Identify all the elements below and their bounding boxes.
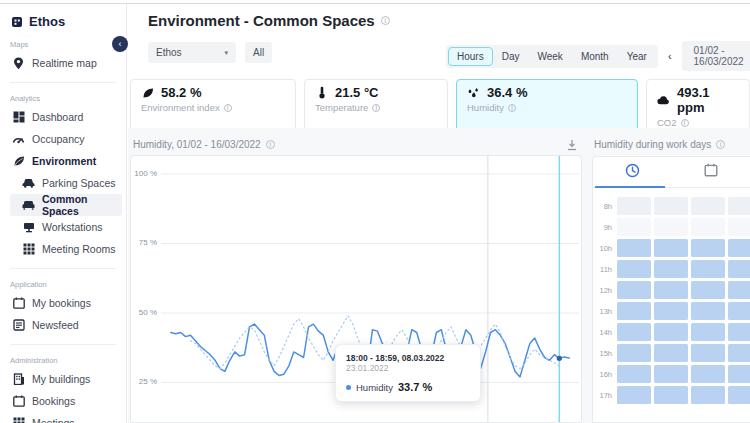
work-days-panel: 8h9h10h11h12h13h14h15h16h17h <box>592 156 750 423</box>
heatmap-cell[interactable] <box>654 239 688 257</box>
sidebar-item-meeting-rooms[interactable]: Meeting Rooms <box>10 238 126 260</box>
space-select[interactable]: All <box>245 42 272 63</box>
heatmap-cell[interactable] <box>654 344 688 362</box>
humidity-chart-card[interactable]: 100 % 75 % 50 % 25 % 18:00 - 18:59, 08.0… <box>130 155 582 423</box>
heatmap-row-label: 8h <box>593 202 617 211</box>
heatmap-cell[interactable] <box>617 218 651 236</box>
heatmap-cell[interactable] <box>691 281 725 299</box>
heatmap-cell[interactable] <box>728 281 750 299</box>
kpi-row: 58.2 % Environment indexi 21.5 °C Temper… <box>130 79 750 133</box>
heatmap-cell[interactable] <box>691 344 725 362</box>
tab-weekdays-view[interactable] <box>672 157 750 187</box>
heatmap-row-label: 12h <box>593 286 617 295</box>
app-name: Ethos <box>29 14 65 29</box>
sidebar-item-common-spaces[interactable]: Common Spaces <box>10 194 122 216</box>
heatmap-row-label: 16h <box>593 370 617 379</box>
building-select[interactable]: Ethos ▾ <box>148 42 236 63</box>
heatmap-cell[interactable] <box>691 218 725 236</box>
heatmap-cell[interactable] <box>728 260 750 278</box>
info-icon[interactable]: i <box>716 140 725 149</box>
sidebar-item-occupancy[interactable]: Occupancy <box>10 128 126 150</box>
heatmap-cell[interactable] <box>617 365 651 383</box>
chart-section-title: Humidity, 01/02 - 16/03/2022 i <box>133 139 275 150</box>
heatmap-row-label: 15h <box>593 349 617 358</box>
heatmap-cell[interactable] <box>654 302 688 320</box>
info-icon[interactable]: i <box>266 140 275 149</box>
download-icon[interactable] <box>566 137 578 155</box>
heatmap-cell[interactable] <box>617 302 651 320</box>
heatmap-cell[interactable] <box>691 386 725 404</box>
heatmap-row: 11h <box>593 260 750 278</box>
sidebar-item-realtime-map[interactable]: Realtime map <box>10 52 126 74</box>
heatmap-cell[interactable] <box>617 239 651 257</box>
info-icon[interactable]: i <box>372 104 380 112</box>
kpi-card-co2[interactable]: 493.1 ppm CO2i <box>646 79 750 133</box>
heatmap-cell[interactable] <box>617 260 651 278</box>
sidebar-item-bookings[interactable]: Bookings <box>10 390 126 412</box>
heatmap-cell[interactable] <box>654 323 688 341</box>
heatmap-row: 14h <box>593 323 750 341</box>
kpi-card-humidity[interactable]: 36.4 % Humidityi <box>456 79 638 133</box>
heatmap-cell[interactable] <box>654 218 688 236</box>
range-button-month[interactable]: Month <box>572 47 618 66</box>
heatmap-cell[interactable] <box>728 386 750 404</box>
heatmap-cell[interactable] <box>691 260 725 278</box>
sidebar-item-dashboard[interactable]: Dashboard <box>10 106 126 128</box>
heatmap-cell[interactable] <box>691 365 725 383</box>
heatmap-row: 12h <box>593 281 750 299</box>
range-button-week[interactable]: Week <box>528 47 571 66</box>
heatmap-cell[interactable] <box>728 344 750 362</box>
info-icon[interactable]: i <box>681 119 689 127</box>
date-range-field[interactable]: 01/02 - 16/03/2022 <box>682 41 750 71</box>
range-button-year[interactable]: Year <box>618 47 656 66</box>
active-tab-underline <box>595 186 665 188</box>
heatmap-row-label: 13h <box>593 307 617 316</box>
heatmap-section-title: Humidity during work days i <box>594 139 725 150</box>
heatmap-cell[interactable] <box>728 323 750 341</box>
heatmap-cell[interactable] <box>728 218 750 236</box>
sidebar-divider <box>10 344 116 345</box>
heatmap-cell[interactable] <box>617 281 651 299</box>
sidebar-item-parking-spaces[interactable]: Parking Spaces <box>10 172 126 194</box>
tab-hours-view[interactable] <box>593 157 672 187</box>
sidebar-item-meetings[interactable]: Meetings <box>10 412 126 423</box>
heatmap-cell[interactable] <box>728 239 750 257</box>
section-label-application: Application <box>10 280 126 289</box>
heatmap-cell[interactable] <box>691 302 725 320</box>
heatmap-cell[interactable] <box>728 197 750 215</box>
kpi-card-environment-index[interactable]: 58.2 % Environment indexi <box>130 79 296 133</box>
heatmap-cell[interactable] <box>654 386 688 404</box>
filter-row: Ethos ▾ All <box>148 42 272 63</box>
dashboard-icon <box>12 111 25 123</box>
info-icon[interactable]: i <box>508 104 516 112</box>
heatmap-cell[interactable] <box>728 302 750 320</box>
building-icon <box>12 373 25 385</box>
heatmap-cell[interactable] <box>728 365 750 383</box>
prev-period-button[interactable]: ‹ <box>665 48 675 64</box>
app-logo: Ethos <box>10 14 126 29</box>
heatmap-cell[interactable] <box>654 260 688 278</box>
heatmap-row: 16h <box>593 365 750 383</box>
heatmap-cell[interactable] <box>617 197 651 215</box>
sidebar-collapse-button[interactable]: ‹ <box>112 36 128 52</box>
heatmap-cell[interactable] <box>654 197 688 215</box>
sidebar-item-newsfeed[interactable]: Newsfeed <box>10 314 126 336</box>
sidebar-item-my-buildings[interactable]: My buildings <box>10 368 126 390</box>
heatmap-cell[interactable] <box>617 344 651 362</box>
heatmap-cell[interactable] <box>654 365 688 383</box>
heatmap-cell[interactable] <box>617 386 651 404</box>
heatmap-cell[interactable] <box>691 197 725 215</box>
info-icon[interactable]: i <box>381 16 390 25</box>
heatmap-cell[interactable] <box>691 323 725 341</box>
range-button-hours[interactable]: Hours <box>448 47 493 66</box>
sidebar-item-environment[interactable]: Environment <box>10 150 126 172</box>
sidebar-item-my-bookings[interactable]: My bookings <box>10 292 126 314</box>
heatmap-cell[interactable] <box>654 281 688 299</box>
heatmap-cell[interactable] <box>691 239 725 257</box>
heatmap-row-label: 17h <box>593 391 617 400</box>
sidebar-item-workstations[interactable]: Workstations <box>10 216 126 238</box>
kpi-card-temperature[interactable]: 21.5 °C Temperaturei <box>304 79 448 133</box>
range-button-day[interactable]: Day <box>493 47 529 66</box>
info-icon[interactable]: i <box>224 104 232 112</box>
heatmap-cell[interactable] <box>617 323 651 341</box>
